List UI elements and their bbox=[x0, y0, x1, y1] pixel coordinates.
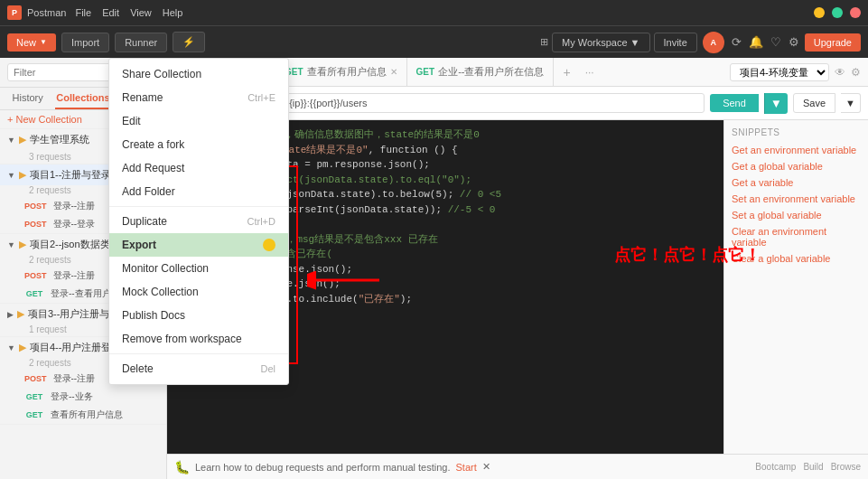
menu-view[interactable]: View bbox=[130, 7, 152, 18]
menu-file[interactable]: File bbox=[75, 7, 91, 18]
tab-close-button-2[interactable]: ✕ bbox=[390, 67, 397, 77]
tab-history[interactable]: History bbox=[0, 88, 55, 109]
menu-publish[interactable]: Publish Docs bbox=[109, 304, 288, 327]
start-link[interactable]: Start bbox=[456, 462, 477, 473]
extra-button[interactable]: ⚡ bbox=[173, 32, 205, 52]
tab-2[interactable]: GET 查看所有用户信息 ✕ bbox=[275, 58, 407, 86]
method-post: POST bbox=[22, 373, 50, 384]
menu-edit[interactable]: Edit bbox=[109, 109, 288, 133]
new-dropdown-arrow[interactable]: ▼ bbox=[40, 38, 47, 46]
caret-icon: ▼ bbox=[7, 136, 15, 145]
user-avatar[interactable]: A bbox=[703, 32, 724, 53]
snippets-panel: SNIPPETS Get an environment variable Get… bbox=[723, 120, 868, 454]
method-post: POST bbox=[22, 219, 50, 230]
learn-text: Learn how to debug requests and perform … bbox=[195, 462, 451, 473]
eye-icon[interactable]: 👁 bbox=[835, 66, 845, 79]
new-tab-button[interactable]: + bbox=[554, 65, 579, 80]
close-button[interactable] bbox=[850, 7, 861, 18]
method-get: GET bbox=[22, 288, 47, 299]
tab-3[interactable]: GET 企业--查看用户所在信息 bbox=[407, 58, 555, 86]
toolbar: New ▼ Import Runner ⚡ ⊞ My Workspace ▼ I… bbox=[0, 25, 868, 58]
app-icon: P bbox=[7, 5, 22, 20]
snippet-6[interactable]: Clear an environment variable bbox=[732, 226, 861, 248]
build-link[interactable]: Build bbox=[803, 462, 823, 472]
snippet-4[interactable]: Set an environment variable bbox=[732, 193, 861, 204]
snippets-title: SNIPPETS bbox=[732, 127, 861, 137]
folder-icon: ▶ bbox=[19, 134, 26, 146]
learn-section: 🐛 Learn how to debug requests and perfor… bbox=[174, 460, 755, 474]
menu-rename[interactable]: Rename Ctrl+E bbox=[109, 86, 288, 109]
menu-duplicate[interactable]: Duplicate Ctrl+D bbox=[109, 210, 288, 233]
save-dropdown-button[interactable]: ▼ bbox=[841, 93, 861, 113]
request-item[interactable]: GET 查看所有用户信息 bbox=[0, 406, 166, 424]
menu-remove[interactable]: Remove from workspace bbox=[109, 327, 288, 351]
folder-icon-4: ▶ bbox=[17, 308, 24, 320]
runner-button[interactable]: Runner bbox=[115, 33, 167, 52]
method-post: POST bbox=[22, 270, 50, 281]
heart-icon[interactable]: ♡ bbox=[770, 35, 781, 49]
menu-add-folder[interactable]: Add Folder bbox=[109, 180, 288, 203]
save-button[interactable]: Save bbox=[793, 93, 835, 113]
bottom-right: Bootcamp Build Browse bbox=[755, 462, 861, 472]
context-menu-overlay: Share Collection Rename Ctrl+E Edit Crea… bbox=[108, 58, 289, 385]
snippet-5[interactable]: Set a global variable bbox=[732, 210, 861, 221]
new-collection-button[interactable]: + New Collection bbox=[7, 114, 82, 125]
settings-icon-2[interactable]: ⚙ bbox=[851, 66, 861, 79]
menu-fork[interactable]: Create a fork bbox=[109, 133, 288, 156]
browse-link[interactable]: Browse bbox=[831, 462, 861, 472]
tab-name-2: 查看所有用户信息 bbox=[307, 65, 387, 79]
tab-collections[interactable]: Collections bbox=[55, 88, 110, 109]
menu-divider-2 bbox=[109, 353, 288, 354]
workspace-button[interactable]: My Workspace ▼ bbox=[552, 33, 650, 52]
close-learn[interactable]: ✕ bbox=[482, 461, 490, 473]
app-title: Postman bbox=[27, 7, 66, 18]
invite-button[interactable]: Invite bbox=[654, 33, 697, 52]
tab-method-3: GET bbox=[416, 67, 435, 77]
upgrade-button[interactable]: Upgrade bbox=[805, 33, 861, 52]
sync-icon[interactable]: ⟳ bbox=[732, 35, 742, 49]
menu-monitor[interactable]: Monitor Collection bbox=[109, 257, 288, 280]
menu-help[interactable]: Help bbox=[163, 7, 183, 18]
titlebar: P Postman File Edit View Help bbox=[0, 0, 868, 25]
request-item[interactable]: GET 登录--业务 bbox=[0, 388, 166, 406]
export-highlight bbox=[263, 239, 275, 251]
caret-icon-2: ▼ bbox=[7, 171, 15, 180]
maximize-button[interactable] bbox=[832, 7, 843, 18]
snippet-2[interactable]: Get a global variable bbox=[732, 161, 861, 172]
snippet-7[interactable]: Clear a global variable bbox=[732, 253, 861, 264]
bottom-bar: 🐛 Learn how to debug requests and perfor… bbox=[167, 454, 868, 479]
context-menu: Share Collection Rename Ctrl+E Edit Crea… bbox=[108, 58, 289, 385]
toolbar-icons: A ⟳ 🔔 ♡ ⚙ bbox=[703, 32, 799, 53]
menu-mock[interactable]: Mock Collection bbox=[109, 280, 288, 304]
menu-add-request[interactable]: Add Request bbox=[109, 156, 288, 180]
menu-export[interactable]: Export bbox=[109, 233, 288, 257]
send-button[interactable]: Send bbox=[710, 94, 759, 112]
snippet-3[interactable]: Get a variable bbox=[732, 177, 861, 188]
minimize-button[interactable] bbox=[814, 7, 825, 18]
tab-name-3: 企业--查看用户所在信息 bbox=[438, 65, 544, 79]
caret-icon-4: ▶ bbox=[7, 310, 14, 319]
method-post: POST bbox=[22, 201, 50, 211]
tab-more-button[interactable]: ··· bbox=[580, 66, 600, 79]
method-get: GET bbox=[22, 409, 47, 420]
send-dropdown-button[interactable]: ▼ bbox=[764, 93, 788, 114]
import-button[interactable]: Import bbox=[61, 33, 109, 52]
folder-icon-3: ▶ bbox=[19, 239, 26, 250]
folder-icon-5: ▶ bbox=[19, 342, 26, 353]
snippet-1[interactable]: Get an environment variable bbox=[732, 145, 861, 155]
folder-icon-2: ▶ bbox=[19, 169, 26, 181]
bell-icon[interactable]: 🔔 bbox=[749, 35, 763, 49]
menu-edit[interactable]: Edit bbox=[102, 7, 119, 18]
menu-share[interactable]: Share Collection bbox=[109, 62, 288, 86]
caret-icon-5: ▼ bbox=[7, 343, 15, 352]
bootcamp-link[interactable]: Bootcamp bbox=[755, 462, 796, 472]
url-input[interactable] bbox=[253, 93, 705, 113]
caret-icon-3: ▼ bbox=[7, 240, 15, 249]
environment-select[interactable]: 项目4-环境变量 bbox=[730, 63, 829, 81]
settings-icon[interactable]: ⚙ bbox=[789, 35, 799, 49]
new-button[interactable]: New ▼ bbox=[7, 33, 56, 52]
menu-divider bbox=[109, 206, 288, 207]
menu-delete[interactable]: Delete Del bbox=[109, 357, 288, 380]
method-get: GET bbox=[22, 391, 47, 402]
